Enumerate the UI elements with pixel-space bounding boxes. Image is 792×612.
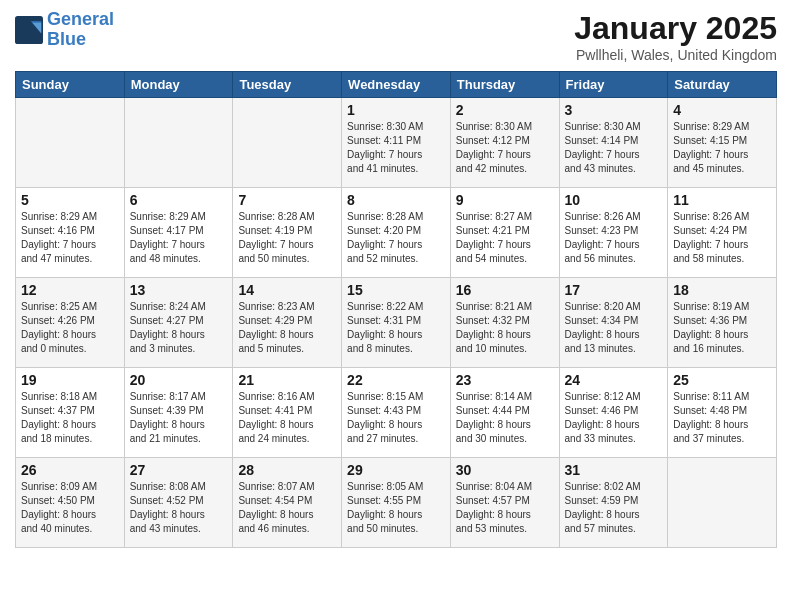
day-header-saturday: Saturday [668,72,777,98]
day-cell: 3Sunrise: 8:30 AM Sunset: 4:14 PM Daylig… [559,98,668,188]
day-info: Sunrise: 8:30 AM Sunset: 4:12 PM Dayligh… [456,120,554,176]
day-cell: 24Sunrise: 8:12 AM Sunset: 4:46 PM Dayli… [559,368,668,458]
day-cell: 30Sunrise: 8:04 AM Sunset: 4:57 PM Dayli… [450,458,559,548]
day-cell: 1Sunrise: 8:30 AM Sunset: 4:11 PM Daylig… [342,98,451,188]
day-cell: 29Sunrise: 8:05 AM Sunset: 4:55 PM Dayli… [342,458,451,548]
page-container: General Blue January 2025 Pwllheli, Wale… [0,0,792,558]
logo-icon [15,16,43,44]
day-number: 4 [673,102,771,118]
day-number: 27 [130,462,228,478]
day-info: Sunrise: 8:25 AM Sunset: 4:26 PM Dayligh… [21,300,119,356]
day-cell: 9Sunrise: 8:27 AM Sunset: 4:21 PM Daylig… [450,188,559,278]
week-row-0: 1Sunrise: 8:30 AM Sunset: 4:11 PM Daylig… [16,98,777,188]
day-header-sunday: Sunday [16,72,125,98]
day-info: Sunrise: 8:20 AM Sunset: 4:34 PM Dayligh… [565,300,663,356]
day-info: Sunrise: 8:16 AM Sunset: 4:41 PM Dayligh… [238,390,336,446]
day-cell: 17Sunrise: 8:20 AM Sunset: 4:34 PM Dayli… [559,278,668,368]
day-info: Sunrise: 8:30 AM Sunset: 4:11 PM Dayligh… [347,120,445,176]
day-number: 28 [238,462,336,478]
day-cell: 12Sunrise: 8:25 AM Sunset: 4:26 PM Dayli… [16,278,125,368]
day-cell: 5Sunrise: 8:29 AM Sunset: 4:16 PM Daylig… [16,188,125,278]
day-info: Sunrise: 8:29 AM Sunset: 4:17 PM Dayligh… [130,210,228,266]
header-row: SundayMondayTuesdayWednesdayThursdayFrid… [16,72,777,98]
day-info: Sunrise: 8:29 AM Sunset: 4:15 PM Dayligh… [673,120,771,176]
day-header-wednesday: Wednesday [342,72,451,98]
day-cell: 4Sunrise: 8:29 AM Sunset: 4:15 PM Daylig… [668,98,777,188]
day-info: Sunrise: 8:24 AM Sunset: 4:27 PM Dayligh… [130,300,228,356]
day-cell [124,98,233,188]
day-cell: 25Sunrise: 8:11 AM Sunset: 4:48 PM Dayli… [668,368,777,458]
day-info: Sunrise: 8:05 AM Sunset: 4:55 PM Dayligh… [347,480,445,536]
day-info: Sunrise: 8:23 AM Sunset: 4:29 PM Dayligh… [238,300,336,356]
day-cell: 11Sunrise: 8:26 AM Sunset: 4:24 PM Dayli… [668,188,777,278]
day-info: Sunrise: 8:26 AM Sunset: 4:23 PM Dayligh… [565,210,663,266]
day-info: Sunrise: 8:30 AM Sunset: 4:14 PM Dayligh… [565,120,663,176]
day-info: Sunrise: 8:11 AM Sunset: 4:48 PM Dayligh… [673,390,771,446]
day-cell: 26Sunrise: 8:09 AM Sunset: 4:50 PM Dayli… [16,458,125,548]
day-header-tuesday: Tuesday [233,72,342,98]
day-info: Sunrise: 8:09 AM Sunset: 4:50 PM Dayligh… [21,480,119,536]
header: General Blue January 2025 Pwllheli, Wale… [15,10,777,63]
day-number: 25 [673,372,771,388]
day-info: Sunrise: 8:15 AM Sunset: 4:43 PM Dayligh… [347,390,445,446]
day-info: Sunrise: 8:14 AM Sunset: 4:44 PM Dayligh… [456,390,554,446]
day-cell: 10Sunrise: 8:26 AM Sunset: 4:23 PM Dayli… [559,188,668,278]
day-number: 17 [565,282,663,298]
day-number: 16 [456,282,554,298]
day-cell: 19Sunrise: 8:18 AM Sunset: 4:37 PM Dayli… [16,368,125,458]
day-number: 1 [347,102,445,118]
week-row-1: 5Sunrise: 8:29 AM Sunset: 4:16 PM Daylig… [16,188,777,278]
day-number: 12 [21,282,119,298]
day-info: Sunrise: 8:22 AM Sunset: 4:31 PM Dayligh… [347,300,445,356]
day-header-thursday: Thursday [450,72,559,98]
logo-text: General Blue [47,10,114,50]
week-row-3: 19Sunrise: 8:18 AM Sunset: 4:37 PM Dayli… [16,368,777,458]
day-number: 10 [565,192,663,208]
day-info: Sunrise: 8:18 AM Sunset: 4:37 PM Dayligh… [21,390,119,446]
day-header-friday: Friday [559,72,668,98]
day-info: Sunrise: 8:07 AM Sunset: 4:54 PM Dayligh… [238,480,336,536]
day-cell: 6Sunrise: 8:29 AM Sunset: 4:17 PM Daylig… [124,188,233,278]
day-cell: 23Sunrise: 8:14 AM Sunset: 4:44 PM Dayli… [450,368,559,458]
day-number: 20 [130,372,228,388]
day-info: Sunrise: 8:02 AM Sunset: 4:59 PM Dayligh… [565,480,663,536]
logo: General Blue [15,10,114,50]
day-cell: 22Sunrise: 8:15 AM Sunset: 4:43 PM Dayli… [342,368,451,458]
day-cell: 18Sunrise: 8:19 AM Sunset: 4:36 PM Dayli… [668,278,777,368]
day-number: 5 [21,192,119,208]
day-info: Sunrise: 8:29 AM Sunset: 4:16 PM Dayligh… [21,210,119,266]
day-number: 31 [565,462,663,478]
day-info: Sunrise: 8:17 AM Sunset: 4:39 PM Dayligh… [130,390,228,446]
day-cell: 16Sunrise: 8:21 AM Sunset: 4:32 PM Dayli… [450,278,559,368]
day-info: Sunrise: 8:21 AM Sunset: 4:32 PM Dayligh… [456,300,554,356]
day-cell: 20Sunrise: 8:17 AM Sunset: 4:39 PM Dayli… [124,368,233,458]
day-cell: 2Sunrise: 8:30 AM Sunset: 4:12 PM Daylig… [450,98,559,188]
day-cell: 31Sunrise: 8:02 AM Sunset: 4:59 PM Dayli… [559,458,668,548]
day-number: 11 [673,192,771,208]
day-cell: 28Sunrise: 8:07 AM Sunset: 4:54 PM Dayli… [233,458,342,548]
day-info: Sunrise: 8:27 AM Sunset: 4:21 PM Dayligh… [456,210,554,266]
day-number: 7 [238,192,336,208]
day-info: Sunrise: 8:04 AM Sunset: 4:57 PM Dayligh… [456,480,554,536]
day-number: 29 [347,462,445,478]
day-number: 30 [456,462,554,478]
day-number: 18 [673,282,771,298]
day-number: 19 [21,372,119,388]
day-info: Sunrise: 8:26 AM Sunset: 4:24 PM Dayligh… [673,210,771,266]
day-number: 24 [565,372,663,388]
day-number: 23 [456,372,554,388]
day-cell [668,458,777,548]
day-cell: 14Sunrise: 8:23 AM Sunset: 4:29 PM Dayli… [233,278,342,368]
day-number: 15 [347,282,445,298]
day-cell: 21Sunrise: 8:16 AM Sunset: 4:41 PM Dayli… [233,368,342,458]
day-cell: 15Sunrise: 8:22 AM Sunset: 4:31 PM Dayli… [342,278,451,368]
day-number: 26 [21,462,119,478]
day-info: Sunrise: 8:19 AM Sunset: 4:36 PM Dayligh… [673,300,771,356]
calendar-table: SundayMondayTuesdayWednesdayThursdayFrid… [15,71,777,548]
day-number: 3 [565,102,663,118]
day-cell: 8Sunrise: 8:28 AM Sunset: 4:20 PM Daylig… [342,188,451,278]
day-info: Sunrise: 8:28 AM Sunset: 4:20 PM Dayligh… [347,210,445,266]
day-cell: 27Sunrise: 8:08 AM Sunset: 4:52 PM Dayli… [124,458,233,548]
day-cell [16,98,125,188]
day-number: 9 [456,192,554,208]
